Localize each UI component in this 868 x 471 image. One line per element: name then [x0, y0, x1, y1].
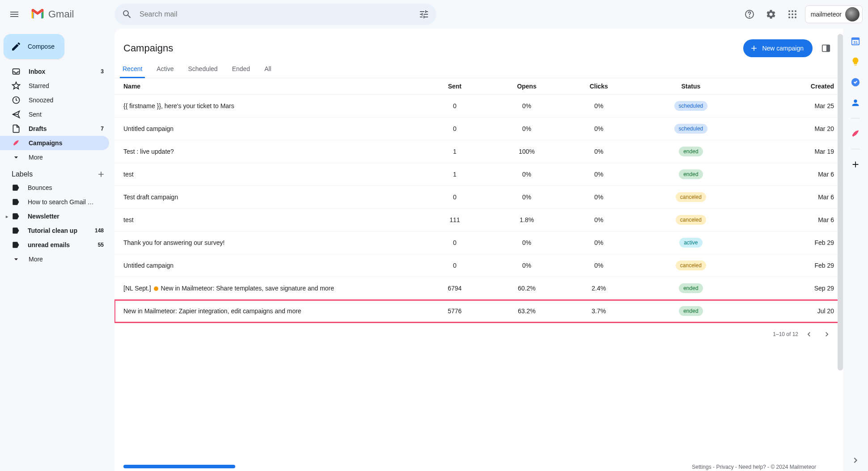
panel-divider: [851, 149, 860, 149]
sidebar-item-label: Snoozed: [29, 97, 96, 104]
table-row[interactable]: test 111 1.8% 0% canceled Mar 6: [114, 209, 843, 231]
table-row[interactable]: Test draft campaign 0 0% 0% canceled Mar…: [114, 186, 843, 209]
footer-links[interactable]: Settings - Privacy - Need help? - © 2024…: [692, 464, 816, 470]
sidebar-item-starred[interactable]: Starred: [0, 79, 109, 93]
sidebar-item-more[interactable]: More: [0, 150, 109, 164]
label-item[interactable]: Tutorial clean up148: [0, 223, 109, 238]
label-text: Tutorial clean up: [28, 227, 87, 234]
search-options-button[interactable]: [415, 5, 433, 23]
status-badge: ended: [679, 147, 703, 156]
label-item[interactable]: ▸Newsletter: [0, 209, 109, 223]
cell-clicks: 0%: [563, 231, 635, 254]
account-chip[interactable]: mailmeteor: [805, 5, 863, 23]
tasks-app-button[interactable]: [850, 77, 861, 88]
table-row[interactable]: Untitled campaign 0 0% 0% scheduled Mar …: [114, 118, 843, 140]
label-icon: [12, 241, 20, 249]
labels-list: BouncesHow to search Gmail by ...▸Newsle…: [0, 181, 114, 266]
col-header-sent[interactable]: Sent: [419, 78, 491, 95]
cell-name: test: [114, 163, 419, 186]
table-row[interactable]: [NL Sept.] New in Mailmeteor: Share temp…: [114, 277, 843, 300]
sidebar-item-sent[interactable]: Sent: [0, 107, 109, 122]
collapse-panel-button[interactable]: [848, 453, 863, 467]
cell-name: New in Mailmeteor: Zapier integration, e…: [114, 300, 419, 323]
cell-clicks: 0%: [563, 163, 635, 186]
cell-sent: 0: [419, 118, 491, 140]
col-header-clicks[interactable]: Clicks: [563, 78, 635, 95]
calendar-app-button[interactable]: 31: [850, 36, 861, 46]
support-button[interactable]: [741, 5, 758, 23]
sidebar-item-inbox[interactable]: Inbox3: [0, 64, 109, 79]
contacts-app-button[interactable]: [850, 97, 861, 108]
cell-clicks: 0%: [563, 254, 635, 277]
label-icon: [12, 255, 21, 264]
cell-created: Feb 29: [747, 254, 843, 277]
svg-point-5: [788, 13, 790, 15]
cell-sent: 1: [419, 140, 491, 163]
gmail-logo-text: Gmail: [48, 8, 74, 20]
cell-status: ended: [635, 163, 747, 186]
next-page-button[interactable]: [820, 327, 834, 341]
cell-name: Test : live update?: [114, 140, 419, 163]
tab-active[interactable]: Active: [154, 61, 176, 78]
cell-opens: 0%: [491, 95, 563, 118]
cell-name: Untitled campaign: [114, 254, 419, 277]
table-row[interactable]: Thank you for answering our survey! 0 0%…: [114, 231, 843, 254]
search-input[interactable]: [136, 10, 415, 18]
cell-sent: 5776: [419, 300, 491, 323]
svg-point-7: [795, 13, 796, 15]
get-addons-button[interactable]: [850, 159, 861, 170]
cell-created: Mar 6: [747, 186, 843, 209]
header-left: Gmail: [4, 4, 114, 25]
label-item[interactable]: Bounces: [0, 181, 109, 195]
vertical-scrollbar[interactable]: [838, 34, 843, 466]
tab-all[interactable]: All: [262, 61, 274, 78]
tab-recent[interactable]: Recent: [120, 61, 145, 78]
cell-sent: 0: [419, 95, 491, 118]
table-row[interactable]: Test : live update? 1 100% 0% ended Mar …: [114, 140, 843, 163]
cell-sent: 0: [419, 186, 491, 209]
gmail-logo[interactable]: Gmail: [27, 7, 77, 21]
tab-scheduled[interactable]: Scheduled: [185, 61, 220, 78]
new-campaign-button[interactable]: New campaign: [743, 39, 813, 57]
mailmeteor-app-button[interactable]: [850, 128, 861, 139]
add-label-button[interactable]: [97, 170, 106, 179]
panel-divider: [851, 118, 860, 118]
cell-opens: 0%: [491, 118, 563, 140]
search-bar[interactable]: [114, 4, 436, 25]
label-text: How to search Gmail by ...: [28, 198, 96, 206]
sidebar-item-campaigns[interactable]: Campaigns: [0, 136, 109, 150]
chevron-left-icon: [804, 330, 813, 339]
label-item[interactable]: How to search Gmail by ...: [0, 195, 109, 209]
compose-button[interactable]: Compose: [4, 34, 64, 59]
search-button[interactable]: [118, 5, 136, 23]
cell-created: Sep 29: [747, 277, 843, 300]
table-row[interactable]: New in Mailmeteor: Zapier integration, e…: [114, 300, 843, 323]
horizontal-scrollbar[interactable]: [123, 465, 235, 468]
label-icon: [12, 212, 20, 220]
table-row[interactable]: {{ firstname }}, here's your ticket to M…: [114, 95, 843, 118]
cell-status: canceled: [635, 254, 747, 277]
sidebar-item-snoozed[interactable]: Snoozed: [0, 93, 109, 107]
table-row[interactable]: Untitled campaign 0 0% 0% canceled Feb 2…: [114, 254, 843, 277]
keep-app-button[interactable]: [850, 56, 861, 67]
sidebar-item-drafts[interactable]: Drafts7: [0, 122, 109, 136]
prev-page-button[interactable]: [802, 327, 816, 341]
label-item[interactable]: unread emails55: [0, 238, 109, 252]
cell-status: scheduled: [635, 95, 747, 118]
cell-opens: 0%: [491, 231, 563, 254]
status-badge: ended: [679, 169, 703, 179]
col-header-name[interactable]: Name: [114, 78, 419, 95]
col-header-status[interactable]: Status: [635, 78, 747, 95]
person-icon: [851, 98, 860, 108]
svg-point-2: [788, 10, 790, 12]
toggle-side-panel-button[interactable]: [818, 40, 834, 56]
table-row[interactable]: test 1 0% 0% ended Mar 6: [114, 163, 843, 186]
main-menu-button[interactable]: [4, 4, 25, 25]
settings-button[interactable]: [762, 5, 780, 23]
tab-ended[interactable]: Ended: [229, 61, 253, 78]
label-item[interactable]: More: [0, 252, 109, 266]
col-header-created[interactable]: Created: [747, 78, 843, 95]
svg-rect-16: [852, 38, 860, 40]
col-header-opens[interactable]: Opens: [491, 78, 563, 95]
apps-button[interactable]: [783, 5, 801, 23]
